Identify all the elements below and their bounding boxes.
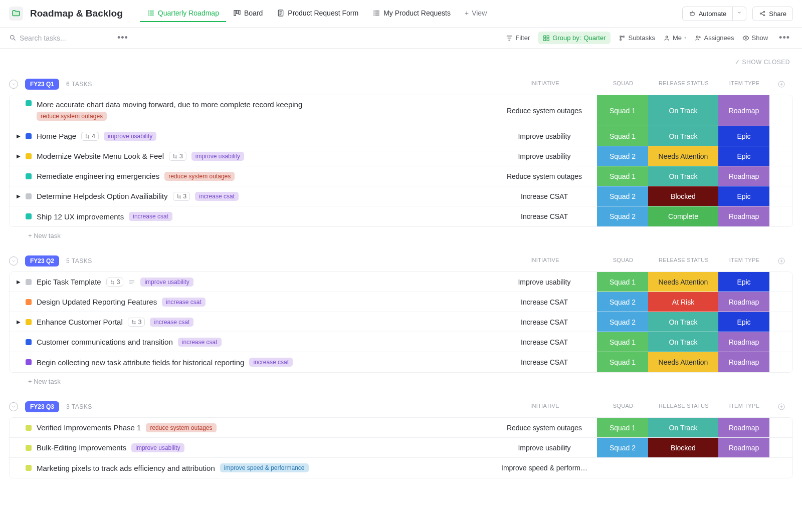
squad-cell[interactable]: Squad 2 [597, 312, 648, 332]
task-name[interactable]: Remediate engineering emergencies [37, 172, 159, 180]
tab-quarterly-roadmap[interactable]: Quarterly Roadmap [140, 5, 226, 22]
status-square[interactable] [26, 359, 32, 365]
expand-caret-icon[interactable]: ▶ [17, 153, 21, 159]
task-tag[interactable]: increase csat [178, 338, 222, 347]
task-tag[interactable]: increase csat [249, 358, 293, 367]
tab-my-product-requests[interactable]: My Product Requests [365, 5, 458, 22]
task-name[interactable]: Marketing pixels to track ads efficiency… [37, 464, 215, 472]
squad-cell[interactable]: Squad 1 [597, 418, 648, 437]
task-name[interactable]: Customer communications and transition [37, 338, 173, 346]
col-header-item-type[interactable]: ITEM TYPE [719, 80, 770, 88]
item-type-cell[interactable]: Roadmap [718, 206, 769, 226]
squad-cell[interactable]: Squad 1 [597, 332, 648, 352]
task-name[interactable]: Begin collecting new task attribute fiel… [37, 358, 244, 367]
expand-caret-icon[interactable]: ▶ [17, 193, 21, 199]
initiative-cell[interactable]: Increase CSAT [492, 312, 597, 332]
squad-cell[interactable] [597, 458, 648, 478]
initiative-cell[interactable]: Increase CSAT [492, 332, 597, 352]
release-status-cell[interactable]: On Track [648, 312, 718, 332]
filter-button[interactable]: Filter [506, 34, 530, 42]
release-status-cell[interactable]: At Risk [648, 292, 718, 312]
status-square[interactable] [26, 153, 32, 159]
col-header-item-type[interactable]: ITEM TYPE [719, 403, 770, 411]
col-header-squad[interactable]: SQUAD [597, 403, 649, 411]
col-header-release-status[interactable]: RELEASE STATUS [649, 80, 719, 88]
squad-cell[interactable]: Squad 1 [597, 166, 648, 186]
task-tag[interactable]: improve usability [131, 443, 184, 452]
collapse-toggle[interactable] [9, 80, 18, 89]
task-name[interactable]: Verified Improvements Phase 1 [37, 423, 141, 432]
task-row[interactable]: ▶ Bulk-Editing Improvements improve usab… [10, 438, 792, 458]
task-row[interactable]: ▶ Modernize Website Menu Look & Feel 3 i… [10, 146, 792, 166]
item-type-cell[interactable]: Epic [718, 146, 769, 166]
squad-cell[interactable]: Squad 1 [597, 95, 648, 126]
task-tag[interactable]: improve usability [191, 152, 244, 161]
task-name[interactable]: Epic Task Template [37, 278, 101, 286]
initiative-cell[interactable]: Increase CSAT [492, 292, 597, 312]
item-type-cell[interactable]: Epic [718, 272, 769, 292]
task-name[interactable]: Enhance Customer Portal [37, 318, 123, 326]
release-status-cell[interactable]: Blocked [648, 186, 718, 206]
squad-cell[interactable]: Squad 1 [597, 272, 648, 292]
release-status-cell[interactable]: On Track [648, 332, 718, 352]
task-row[interactable]: ▶ Verified Improvements Phase 1 reduce s… [10, 418, 792, 438]
assignees-button[interactable]: Assignees [695, 34, 734, 42]
col-header-release-status[interactable]: RELEASE STATUS [649, 257, 719, 265]
group-by-button[interactable]: Group by: Quarter [538, 32, 611, 44]
subtask-count-badge[interactable]: 3 [173, 192, 190, 201]
task-row[interactable]: ▶ Customer communications and transition… [10, 332, 792, 352]
task-name[interactable]: Determine Helpdesk Option Availiability [37, 192, 168, 200]
expand-caret-icon[interactable]: ▶ [17, 319, 21, 325]
release-status-cell[interactable]: On Track [648, 418, 718, 437]
task-row[interactable]: ▶ Marketing pixels to track ads efficien… [10, 458, 792, 478]
squad-cell[interactable]: Squad 1 [597, 352, 648, 372]
initiative-cell[interactable]: Improve usability [492, 272, 597, 292]
add-view-button[interactable]: + View [458, 5, 494, 22]
task-name[interactable]: Modernize Website Menu Look & Feel [37, 152, 164, 160]
subtask-count-badge[interactable]: 3 [106, 278, 124, 287]
subtasks-button[interactable]: Subtasks [619, 34, 655, 42]
task-tag[interactable]: increase csat [150, 318, 193, 327]
squad-cell[interactable]: Squad 2 [597, 146, 648, 166]
release-status-cell[interactable] [648, 458, 718, 478]
task-row[interactable]: ▶ Design Updated Reporting Features incr… [10, 292, 792, 312]
col-header-squad[interactable]: SQUAD [597, 257, 649, 265]
initiative-cell[interactable]: Improve usability [492, 438, 597, 457]
collapse-toggle[interactable] [9, 402, 18, 411]
group-chip[interactable]: FY23 Q2 [25, 255, 59, 267]
initiative-cell[interactable]: Reduce system outages [492, 166, 597, 186]
group-chip[interactable]: FY23 Q1 [25, 79, 59, 90]
squad-cell[interactable]: Squad 2 [597, 206, 648, 226]
task-tag[interactable]: increase csat [162, 298, 206, 307]
release-status-cell[interactable]: Needs Attention [648, 352, 718, 372]
automate-button[interactable]: Automate [682, 7, 733, 21]
new-task-button[interactable]: + New task [9, 227, 793, 244]
show-button[interactable]: Show [742, 34, 768, 42]
task-tag[interactable]: increase csat [195, 192, 239, 201]
automate-dropdown[interactable] [733, 7, 746, 21]
show-closed-toggle[interactable]: ✓ SHOW CLOSED [9, 54, 793, 68]
task-name[interactable]: Bulk-Editing Improvements [37, 443, 126, 452]
item-type-cell[interactable]: Roadmap [718, 332, 769, 352]
item-type-cell[interactable]: Roadmap [718, 292, 769, 312]
release-status-cell[interactable]: Needs Attention [648, 272, 718, 292]
item-type-cell[interactable]: Epic [718, 312, 769, 332]
squad-cell[interactable]: Squad 2 [597, 292, 648, 312]
share-button[interactable]: Share [752, 7, 793, 21]
task-tag[interactable]: reduce system outages [164, 172, 235, 181]
expand-caret-icon[interactable]: ▶ [17, 133, 21, 139]
task-row[interactable]: ▶ Home Page 4 improve usability Improve … [10, 126, 792, 146]
task-row[interactable]: ▶ Epic Task Template 3 improve usability… [10, 272, 792, 292]
item-type-cell[interactable]: Epic [718, 186, 769, 206]
add-column-button[interactable] [770, 80, 793, 88]
item-type-cell[interactable] [718, 458, 769, 478]
search-more-button[interactable]: ••• [114, 33, 131, 43]
task-tag[interactable]: increase csat [129, 212, 172, 221]
task-tag[interactable]: reduce system outages [146, 423, 216, 432]
subtask-count-badge[interactable]: 3 [169, 152, 186, 161]
release-status-cell[interactable]: On Track [648, 166, 718, 186]
toolbar-more-button[interactable]: ••• [776, 33, 793, 43]
status-square[interactable] [26, 319, 32, 325]
status-square[interactable] [26, 465, 32, 471]
initiative-cell[interactable]: Improve usability [492, 146, 597, 166]
